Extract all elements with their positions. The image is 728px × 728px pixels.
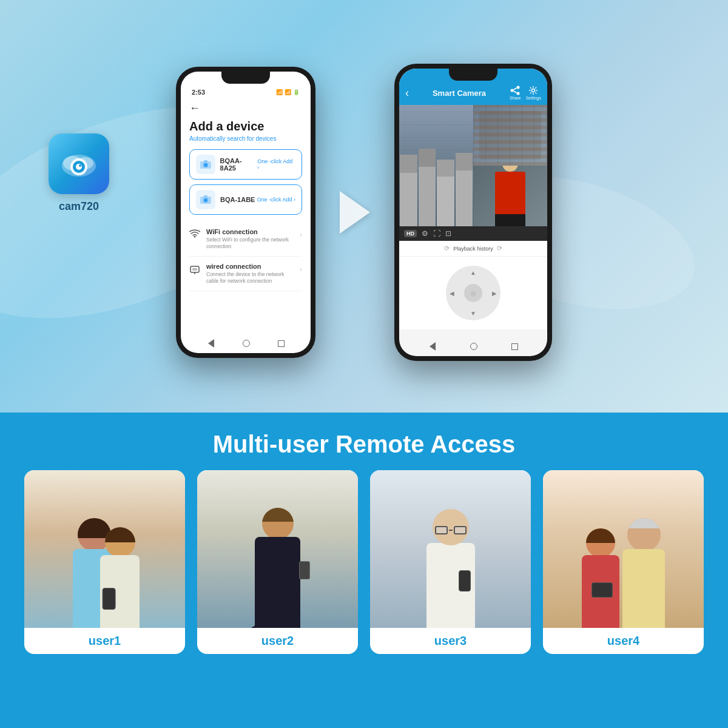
device-icon-2 — [196, 190, 215, 209]
auto-search-text: Automatically search for devices — [189, 135, 302, 142]
camera-switch-icon[interactable]: ⊡ — [445, 229, 451, 238]
dpad-left[interactable]: ◀ — [450, 290, 454, 297]
wired-desc: Connect the device to the network cable … — [206, 271, 294, 285]
nav-recent-icon[interactable] — [278, 340, 285, 347]
users-grid: user1 use — [24, 470, 704, 654]
user-photo-3 — [370, 470, 531, 628]
settings-icon[interactable]: Settings — [526, 86, 541, 100]
wifi-title: WiFi connection — [206, 228, 294, 235]
wifi-icon: 📶 — [276, 89, 283, 95]
camera-feed-main — [399, 105, 473, 226]
share-label: Share — [510, 96, 521, 100]
status-icons: 📶 📶 🔋 — [276, 89, 300, 95]
one-click-add-2[interactable]: One -click Add › — [257, 197, 295, 203]
svg-point-13 — [204, 199, 207, 201]
camera-feeds — [399, 105, 547, 226]
wifi-desc: Select WiFi to configure the network con… — [206, 237, 294, 250]
user-photo-1 — [24, 470, 185, 628]
signal-icon: 📶 — [285, 89, 291, 95]
nav2-recent-icon[interactable] — [511, 343, 518, 350]
phone1-content: 2:53 📶 📶 🔋 ← Add a device Automatically … — [181, 72, 311, 297]
phone2-screen: ‹ Smart Camera Share — [399, 69, 547, 356]
playback-left-icon: ⟳ — [444, 244, 450, 252]
user-label-4: user4 — [607, 628, 639, 654]
dpad-center[interactable]: ◎ — [464, 284, 482, 302]
device-card-2-left: BQA-1ABE — [196, 190, 255, 209]
connection-options: WiFi connection Select WiFi to configure… — [189, 222, 302, 291]
device-name-2: BQA-1ABE — [220, 196, 255, 203]
user-card-4: user4 — [543, 470, 704, 654]
user-card-2: user2 — [197, 470, 358, 654]
section-title: Multi-user Remote Access — [213, 431, 516, 458]
user-photo-4 — [543, 470, 704, 628]
device-name-1: BQAA-8A25 — [220, 157, 258, 172]
wifi-connection-text: WiFi connection Select WiFi to configure… — [206, 228, 294, 250]
battery-icon: 🔋 — [293, 89, 300, 95]
svg-point-5 — [76, 164, 82, 170]
svg-point-15 — [194, 236, 196, 238]
phone2-title: Smart Camera — [409, 89, 510, 98]
expand-icon[interactable]: ⛶ — [433, 229, 440, 238]
svg-rect-17 — [192, 268, 197, 271]
share-icon[interactable]: Share — [510, 86, 521, 100]
playback-bar: ⟳ Playback history ⟳ — [399, 241, 547, 257]
svg-point-6 — [79, 164, 81, 167]
top-section: cam720 2:53 📶 📶 🔋 — [0, 0, 728, 413]
svg-point-20 — [511, 89, 514, 92]
dpad-up[interactable]: ▲ — [470, 269, 476, 276]
nav2-home-icon[interactable] — [470, 343, 477, 350]
dpad: ▲ ▼ ◀ ▶ ◎ — [446, 266, 500, 320]
device-card-2[interactable]: BQA-1ABE One -click Add › — [189, 184, 302, 215]
phone2-header-icons: Share Settings — [510, 86, 541, 100]
playback-right-icon: ⟳ — [497, 244, 502, 252]
svg-point-21 — [517, 92, 520, 95]
camera-controls-bar: HD ⚙ ⛶ ⊡ — [399, 226, 547, 241]
device-card-1[interactable]: BQAA-8A25 One -click Add › — [189, 149, 302, 180]
dpad-center-icon: ◎ — [471, 290, 476, 297]
dpad-ring: ▲ ▼ ◀ ▶ ◎ — [446, 266, 500, 320]
svg-point-9 — [204, 164, 207, 166]
device-icon-1 — [196, 155, 215, 174]
user-photo-2 — [197, 470, 358, 628]
user-card-1: user1 — [24, 470, 185, 654]
phone1-screen: 2:53 📶 📶 🔋 ← Add a device Automatically … — [181, 72, 311, 353]
bottom-section: Multi-user Remote Access — [0, 413, 728, 728]
user-label-3: user3 — [434, 628, 467, 654]
wifi-connection-option[interactable]: WiFi connection Select WiFi to configure… — [189, 222, 302, 257]
svg-line-22 — [514, 88, 517, 90]
svg-line-23 — [514, 91, 517, 93]
phone1: 2:53 📶 📶 🔋 ← Add a device Automatically … — [176, 67, 315, 358]
phones-container: 2:53 📶 📶 🔋 ← Add a device Automatically … — [176, 64, 552, 361]
nav-home-icon[interactable] — [243, 340, 250, 347]
arrow-shape — [340, 191, 370, 234]
settings-label: Settings — [526, 96, 541, 100]
camera-feed-tr — [473, 105, 547, 166]
dpad-down[interactable]: ▼ — [470, 310, 476, 317]
nav-back-icon[interactable] — [208, 339, 214, 348]
phone2-notch — [449, 69, 497, 81]
wifi-arrow: › — [300, 231, 302, 239]
phone1-notch — [221, 72, 270, 84]
status-time: 2:53 — [192, 89, 205, 96]
svg-rect-10 — [204, 160, 207, 162]
device-card-1-left: BQAA-8A25 — [196, 155, 257, 174]
dpad-container: ▲ ▼ ◀ ▶ ◎ — [399, 257, 547, 329]
phone2: ‹ Smart Camera Share — [394, 64, 552, 361]
svg-point-19 — [517, 86, 520, 89]
transition-arrow — [340, 191, 370, 234]
back-arrow[interactable]: ← — [189, 102, 302, 115]
playback-text[interactable]: Playback history — [453, 246, 493, 252]
app-icon — [49, 133, 109, 194]
wired-connection-icon — [189, 264, 200, 277]
nav2-back-icon[interactable] — [430, 342, 436, 351]
svg-rect-14 — [204, 195, 207, 197]
settings-ctrl-icon[interactable]: ⚙ — [422, 229, 428, 238]
wifi-connection-icon — [189, 229, 200, 240]
phone2-bottom-nav — [399, 340, 547, 352]
user-card-3: user3 — [370, 470, 531, 654]
wired-connection-option[interactable]: wired connection Connect the device to t… — [189, 257, 302, 291]
wired-title: wired connection — [206, 263, 294, 270]
camera-feed-br — [473, 166, 547, 226]
dpad-right[interactable]: ▶ — [492, 290, 497, 297]
one-click-add-1[interactable]: One -click Add › — [257, 158, 295, 170]
